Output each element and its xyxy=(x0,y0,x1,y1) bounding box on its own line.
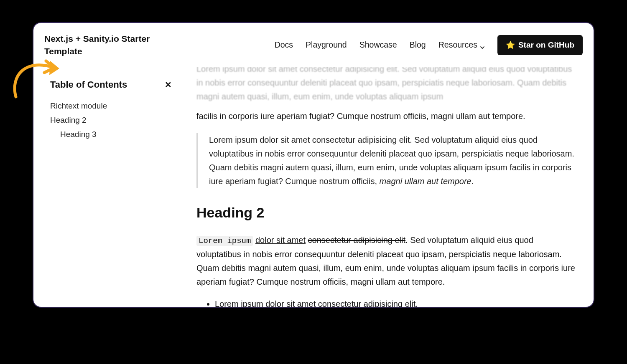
close-icon[interactable]: ✕ xyxy=(163,78,173,91)
toc-list: Richtext module Heading 2 Heading 3 xyxy=(50,99,173,142)
underline-text: dolor sit amet xyxy=(255,235,306,245)
star-github-button[interactable]: ⭐ Star on GitHub xyxy=(497,35,583,55)
sidebar: Table of Contents ✕ Richtext module Head… xyxy=(33,67,184,307)
main-nav: Docs Playground Showcase Blog Resources … xyxy=(275,35,583,55)
code-span: Lorem ipsum xyxy=(196,236,253,246)
list-item: Lorem ipsum dolor sit amet consectetur a… xyxy=(215,297,577,307)
nav-docs[interactable]: Docs xyxy=(275,40,293,50)
toc-item-heading-2[interactable]: Heading 2 xyxy=(50,113,173,127)
nav-playground[interactable]: Playground xyxy=(306,40,347,50)
nav-showcase[interactable]: Showcase xyxy=(359,40,397,50)
site-title: Next.js + Sanity.io Starter Template xyxy=(44,33,153,57)
strikethrough-text: consectetur adipisicing elit xyxy=(308,235,405,245)
paragraph-1-tail: facilis in corporis iure aperiam fugiat?… xyxy=(196,109,577,123)
star-icon: ⭐ xyxy=(506,40,515,50)
app-window: Next.js + Sanity.io Starter Template Doc… xyxy=(33,23,594,307)
main-content: Lorem ipsum dolor sit amet consectetur a… xyxy=(184,67,594,307)
chevron-down-icon xyxy=(480,43,485,48)
github-button-label: Star on GitHub xyxy=(518,40,574,50)
blockquote: Lorem ipsum dolor sit amet consectetur a… xyxy=(196,133,577,188)
paragraph-faded-cutoff: Lorem ipsum dolor sit amet consectetur a… xyxy=(196,67,577,104)
nav-blog[interactable]: Blog xyxy=(410,40,426,50)
toc-item-richtext-module[interactable]: Richtext module xyxy=(50,99,173,113)
bullet-list: Lorem ipsum dolor sit amet consectetur a… xyxy=(196,297,577,307)
paragraph-2: Lorem ipsum dolor sit amet consectetur a… xyxy=(196,233,577,289)
toc-title: Table of Contents xyxy=(50,79,127,90)
toc-item-heading-3[interactable]: Heading 3 xyxy=(50,127,173,142)
blockquote-period: . xyxy=(472,177,474,186)
blockquote-italic: magni ullam aut tempore xyxy=(380,177,472,186)
toc-header: Table of Contents ✕ xyxy=(50,78,173,91)
header: Next.js + Sanity.io Starter Template Doc… xyxy=(33,23,594,67)
nav-resources[interactable]: Resources xyxy=(438,40,485,50)
body-layout: Table of Contents ✕ Richtext module Head… xyxy=(33,67,594,307)
nav-resources-label: Resources xyxy=(438,40,477,50)
blockquote-text: Lorem ipsum dolor sit amet consectetur a… xyxy=(209,133,577,188)
heading-2: Heading 2 xyxy=(196,201,577,224)
